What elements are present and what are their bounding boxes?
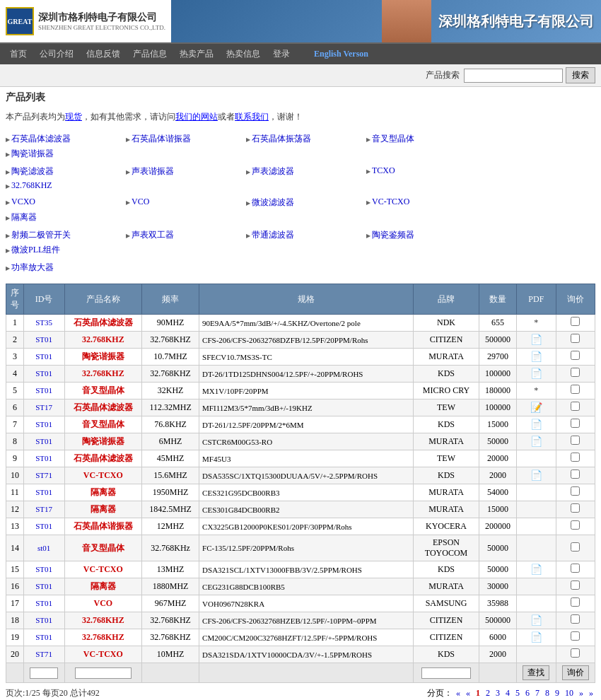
notice-link-contact[interactable]: 联系我们 — [235, 112, 269, 122]
page-6[interactable]: 6 — [523, 687, 532, 699]
cell-inquiry[interactable] — [556, 578, 595, 595]
cat-link-quartz-osc[interactable]: 石英晶体振荡器 — [246, 134, 311, 144]
filter-brand[interactable] — [421, 667, 471, 679]
cat-link-mw-pll[interactable]: 微波PLL组件 — [6, 245, 60, 255]
nav-login[interactable]: 登录 — [269, 47, 294, 62]
inquiry-checkbox[interactable] — [571, 520, 580, 530]
inquiry-checkbox[interactable] — [571, 402, 580, 411]
inquiry-checkbox[interactable] — [571, 317, 580, 326]
page-10[interactable]: 10 — [563, 687, 576, 699]
inquiry-checkbox[interactable] — [571, 436, 580, 445]
pdf-icon[interactable]: 📄 — [530, 436, 542, 447]
cell-inquiry[interactable] — [556, 332, 595, 349]
cat-link-ceramic-filter[interactable]: 陶瓷滤波器 — [6, 166, 54, 176]
cat-link-vctcxo[interactable]: VC-TCXO — [366, 197, 409, 206]
product-name-link[interactable]: 32.768KHZ — [82, 615, 124, 625]
inquiry-checkbox[interactable] — [571, 486, 580, 496]
id-link[interactable]: ST01 — [35, 369, 52, 378]
page-8[interactable]: 8 — [543, 687, 552, 699]
search-button[interactable]: 搜索 — [566, 67, 595, 83]
product-name-link[interactable]: 隔离器 — [91, 487, 116, 497]
cell-inquiry[interactable] — [556, 484, 595, 501]
cell-inquiry[interactable] — [556, 629, 595, 646]
id-link[interactable]: ST01 — [35, 488, 52, 496]
cell-inquiry[interactable] — [556, 383, 595, 399]
inquiry-checkbox[interactable] — [571, 469, 580, 479]
id-link[interactable]: ST01 — [35, 454, 52, 462]
inquiry-checkbox[interactable] — [571, 648, 580, 658]
product-name-link[interactable]: 隔离器 — [91, 581, 116, 591]
cat-link-saw-duplexer[interactable]: 声表双工器 — [126, 230, 174, 240]
cell-inquiry[interactable] — [556, 433, 595, 450]
id-link[interactable]: ST01 — [35, 386, 52, 395]
id-link[interactable]: ST71 — [35, 650, 52, 658]
pdf-icon[interactable]: 📄 — [530, 564, 542, 575]
product-name-link[interactable]: VC-TCXO — [83, 649, 123, 659]
product-name-link[interactable]: 音叉型晶体 — [82, 419, 124, 429]
inquiry-checkbox[interactable] — [571, 631, 580, 641]
inquiry-button[interactable]: 询价 — [562, 665, 589, 680]
product-name-link[interactable]: 32.768KHZ — [82, 368, 124, 378]
product-name-link[interactable]: 隔离器 — [91, 504, 116, 514]
id-link[interactable]: ST01 — [35, 437, 52, 445]
pdf-icon[interactable]: 📄 — [530, 632, 542, 643]
filter-name[interactable] — [75, 667, 132, 679]
pdf-icon[interactable]: 📄 — [530, 368, 542, 379]
query-button[interactable]: 查找 — [523, 665, 549, 680]
inquiry-checkbox[interactable] — [571, 419, 580, 428]
page-2[interactable]: 2 — [484, 687, 492, 699]
product-name-link[interactable]: 陶瓷谐振器 — [82, 351, 124, 361]
cat-link-mw-filter[interactable]: 微波滤波器 — [246, 197, 294, 207]
nav-english[interactable]: English Verson — [310, 47, 373, 61]
cat-link-amp[interactable]: 功率放大器 — [6, 262, 54, 272]
product-name-link[interactable]: 音叉型晶体 — [82, 385, 124, 395]
page-prev[interactable]: « — [464, 687, 472, 699]
product-name-link[interactable]: 陶瓷谐振器 — [82, 436, 124, 446]
cat-link-tuning-fork[interactable]: 音叉型晶体 — [366, 134, 414, 144]
cell-inquiry[interactable] — [556, 646, 595, 663]
cat-link-saw-resonator[interactable]: 声表谐振器 — [126, 166, 174, 176]
pdf-icon[interactable]: 📄 — [530, 351, 542, 362]
product-name-link[interactable]: 石英晶体滤波器 — [74, 317, 133, 327]
id-link[interactable]: st01 — [37, 544, 50, 552]
cell-inquiry[interactable] — [556, 467, 595, 484]
page-4[interactable]: 4 — [503, 687, 512, 699]
id-link[interactable]: ST71 — [35, 471, 52, 479]
cat-link-quartz-resonator[interactable]: 石英晶体谐振器 — [126, 134, 191, 144]
cat-link-vcxo[interactable]: VCXO — [6, 197, 35, 206]
cell-inquiry[interactable] — [556, 561, 595, 578]
cat-link-ceramic-resonator[interactable]: 陶瓷谐振器 — [6, 148, 54, 158]
filter-id[interactable] — [30, 667, 58, 679]
page-1[interactable]: 1 — [474, 687, 482, 699]
inquiry-checkbox[interactable] — [571, 581, 580, 590]
page-5[interactable]: 5 — [513, 687, 522, 699]
nav-hot-info[interactable]: 热卖信息 — [222, 47, 264, 62]
nav-products[interactable]: 产品信息 — [129, 47, 171, 62]
product-name-link[interactable]: 音叉型晶体 — [82, 543, 124, 553]
id-link[interactable]: ST01 — [35, 352, 52, 361]
id-link[interactable]: ST01 — [35, 599, 52, 607]
page-7[interactable]: 7 — [533, 687, 542, 699]
page-first[interactable]: « — [454, 687, 462, 699]
pdf-icon[interactable]: 📄 — [530, 334, 542, 345]
cat-link-bp-filter[interactable]: 带通滤波器 — [246, 230, 294, 240]
page-3[interactable]: 3 — [494, 687, 502, 699]
cat-link-vco[interactable]: VCO — [126, 197, 149, 206]
inquiry-checkbox[interactable] — [571, 564, 580, 573]
cat-link-quartz-filter[interactable]: 石英晶体滤波器 — [6, 134, 71, 144]
id-link[interactable]: ST01 — [35, 616, 52, 624]
cat-link-ceramic-disc[interactable]: 陶瓷鉴频器 — [366, 230, 414, 240]
cat-link-isolator[interactable]: 隔离器 — [6, 212, 37, 222]
notice-link-stock[interactable]: 现货 — [65, 112, 82, 122]
cat-link-32khz[interactable]: 32.768KHZ — [6, 180, 52, 190]
cell-inquiry[interactable] — [556, 366, 595, 383]
nav-feedback[interactable]: 信息反馈 — [82, 47, 124, 62]
cell-inquiry[interactable] — [556, 450, 595, 467]
nav-hot-products[interactable]: 热卖产品 — [175, 47, 218, 62]
cat-link-saw-filter[interactable]: 声表滤波器 — [246, 166, 294, 176]
inquiry-checkbox[interactable] — [571, 597, 580, 607]
id-link[interactable]: ST01 — [35, 633, 52, 641]
inquiry-checkbox[interactable] — [571, 368, 580, 377]
product-name-link[interactable]: 石英晶体滤波器 — [74, 402, 133, 412]
inquiry-checkbox[interactable] — [571, 334, 580, 343]
